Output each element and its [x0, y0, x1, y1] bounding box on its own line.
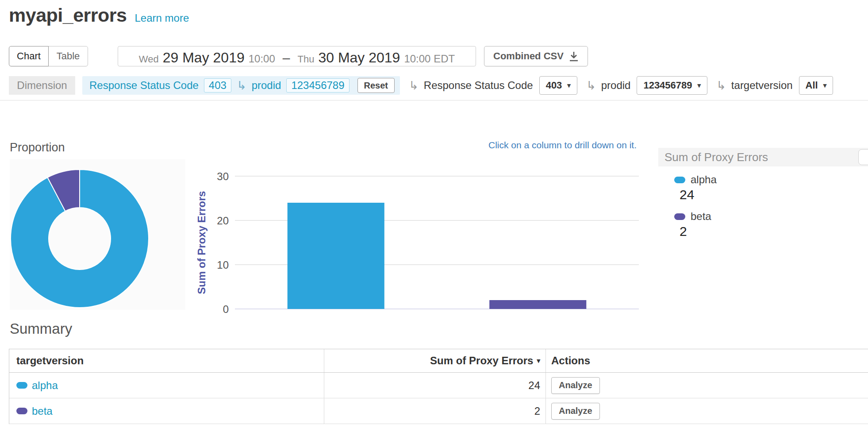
legend-title: Sum of Proxy Errors: [664, 150, 768, 164]
y-axis-label: Sum of Proxy Errors: [196, 191, 207, 294]
selector-label-targetversion: targetversion: [731, 79, 793, 92]
combined-csv-label: Combined CSV: [493, 50, 564, 62]
page-title: myapi_errors: [9, 4, 127, 26]
chevron-down-icon: ▾: [567, 81, 571, 89]
targetversion-cell: beta: [9, 398, 324, 424]
analytics-dashboard: myapi_errors Learn more Chart Table Wed …: [0, 0, 868, 432]
start-date: 29 May 2019: [163, 50, 245, 66]
end-time: 10:00 EDT: [404, 53, 455, 65]
sum-cell: 24: [324, 373, 546, 398]
drill-hint: Click on a column to drill down on it.: [488, 140, 637, 150]
selector-targetversion[interactable]: All ▾: [799, 76, 833, 95]
bar-chart: 0102030Sum of Proxy Errors: [195, 158, 646, 320]
alpha-link[interactable]: alpha: [32, 379, 58, 392]
end-date: 30 May 2019: [318, 50, 400, 66]
active-filter-breadcrumb: Response Status Code 403 ↳ prodid 123456…: [82, 76, 400, 95]
legend-panel: Sum of Proxy Errors alpha 24 beta 2: [658, 148, 868, 247]
download-icon: [569, 51, 579, 62]
y-tick-label: 30: [217, 170, 229, 182]
view-toggle: Chart Table: [9, 46, 88, 66]
legend-header: Sum of Proxy Errors: [658, 148, 868, 166]
y-tick-label: 20: [217, 215, 229, 227]
column-header-actions: Actions: [546, 349, 868, 372]
end-day: Thu: [297, 54, 314, 65]
active-filter-value-chip[interactable]: 123456789: [286, 78, 349, 93]
column-header-sum[interactable]: Sum of Proxy Errors ▾: [324, 349, 546, 372]
beta-color-swatch: [674, 213, 685, 220]
drill-arrow-icon: ↳: [716, 80, 726, 91]
drill-arrow-icon: ↳: [237, 80, 246, 91]
filter-bar: Dimension Response Status Code 403 ↳ pro…: [9, 76, 868, 95]
actions-cell: Analyze: [546, 398, 868, 424]
selector-response-status-code[interactable]: 403 ▾: [539, 76, 577, 95]
selector-value: All: [806, 80, 818, 91]
table-row-alpha: alpha 24 Analyze: [9, 373, 868, 398]
bar-alpha[interactable]: [288, 203, 384, 309]
selector-label-prodid: prodid: [601, 79, 631, 92]
bar-beta[interactable]: [489, 300, 586, 309]
beta-color-swatch: [16, 408, 27, 414]
selector-prodid[interactable]: 123456789 ▾: [637, 76, 707, 95]
reset-button[interactable]: Reset: [357, 78, 395, 93]
y-tick-label: 10: [217, 259, 229, 271]
active-filter-value-chip[interactable]: 403: [204, 78, 231, 93]
sum-cell: 2: [324, 398, 546, 424]
selector-label-response-status-code: Response Status Code: [424, 79, 533, 92]
legend-label: beta: [691, 210, 711, 223]
learn-more-link[interactable]: Learn more: [135, 12, 189, 24]
analyze-button-beta[interactable]: Analyze: [551, 403, 600, 420]
beta-link[interactable]: beta: [32, 405, 53, 417]
legend-item-beta[interactable]: beta: [674, 210, 868, 223]
legend-collapse-button[interactable]: [858, 149, 868, 165]
start-day: Wed: [139, 54, 159, 65]
sort-descending-icon: ▾: [537, 357, 540, 365]
active-filter-name: prodid: [252, 79, 281, 92]
chevron-down-icon: ▾: [823, 81, 827, 89]
divider: [0, 100, 868, 100]
column-header-targetversion[interactable]: targetversion: [9, 349, 324, 372]
toolbar: Chart Table Wed 29 May 2019 10:00 – Thu …: [0, 46, 868, 66]
start-time: 10:00: [249, 53, 275, 65]
date-range-picker[interactable]: Wed 29 May 2019 10:00 – Thu 30 May 2019 …: [118, 46, 476, 66]
proportion-label: Proportion: [10, 141, 65, 154]
active-filter-name: Response Status Code: [89, 79, 199, 92]
dimension-label: Dimension: [9, 76, 75, 95]
drill-arrow-icon: ↳: [586, 80, 596, 91]
donut-chart: [10, 159, 185, 310]
alpha-color-swatch: [674, 177, 685, 183]
summary-title: Summary: [10, 320, 72, 337]
table-row-beta: beta 2 Analyze: [9, 398, 868, 424]
legend-value-beta: 2: [680, 224, 868, 239]
combined-csv-button[interactable]: Combined CSV: [484, 46, 588, 66]
actions-cell: Analyze: [546, 373, 868, 398]
y-tick-label: 0: [223, 303, 229, 315]
page-header: myapi_errors Learn more: [9, 4, 189, 26]
date-range-separator: –: [283, 50, 290, 66]
legend-items: alpha 24 beta 2: [658, 166, 868, 239]
legend-value-alpha: 24: [680, 187, 868, 202]
selector-value: 123456789: [643, 80, 692, 91]
tab-chart[interactable]: Chart: [9, 46, 49, 66]
bar-panel: 0102030Sum of Proxy Errors: [195, 158, 646, 320]
legend-item-alpha[interactable]: alpha: [674, 174, 868, 186]
tab-table[interactable]: Table: [48, 46, 88, 66]
drill-arrow-icon: ↳: [409, 80, 419, 91]
summary-table: targetversion Sum of Proxy Errors ▾ Acti…: [9, 349, 868, 424]
analyze-button-alpha[interactable]: Analyze: [551, 377, 600, 394]
table-header-row: targetversion Sum of Proxy Errors ▾ Acti…: [9, 349, 868, 373]
selector-value: 403: [546, 80, 562, 91]
legend-label: alpha: [691, 174, 717, 186]
targetversion-cell: alpha: [9, 373, 324, 398]
chevron-down-icon: ▾: [698, 81, 701, 89]
alpha-color-swatch: [16, 382, 27, 389]
donut-panel: [10, 159, 185, 310]
